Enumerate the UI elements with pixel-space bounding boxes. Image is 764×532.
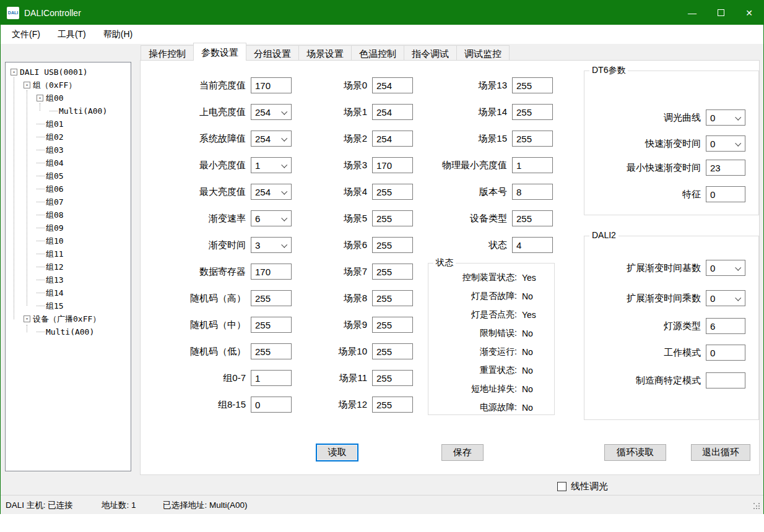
scene-5-input[interactable] [372, 210, 413, 226]
read-button[interactable]: 读取 [316, 444, 358, 461]
fade-rate-combobox[interactable]: 6 [251, 210, 292, 226]
operating-mode-input[interactable] [706, 345, 745, 361]
scene-11-input[interactable] [372, 370, 413, 386]
ext-fade-time-multiplier-combobox[interactable]: 0 [706, 290, 745, 306]
physical-min-level-input[interactable] [512, 157, 553, 173]
scene-4-input[interactable] [372, 184, 413, 200]
minimize-button[interactable]: — [678, 1, 706, 25]
tree-item-group-06[interactable]: 组06 [6, 182, 131, 195]
tree-item-group-13[interactable]: 组13 [6, 273, 131, 286]
version-input[interactable] [512, 184, 553, 200]
tree-item-group-05[interactable]: 组05 [6, 169, 131, 182]
tree-item-multi-a00-2[interactable]: Multi(A00) [6, 325, 131, 338]
tree-expander-minus-icon[interactable]: - [24, 315, 30, 322]
random-code-high-input[interactable] [251, 290, 292, 306]
random-code-low-input[interactable] [251, 343, 292, 359]
close-button[interactable]: ✕ [735, 1, 763, 25]
tree-item-label: 组00 [46, 93, 64, 104]
tab-operation-control[interactable]: 操作控制 [141, 45, 194, 61]
max-level-combobox[interactable]: 254 [251, 184, 292, 200]
field-row-status: 状态 [429, 237, 553, 253]
data-register-input[interactable] [251, 264, 292, 280]
tree-expander-minus-icon[interactable]: - [24, 82, 30, 88]
tree-item-group-07[interactable]: 组07 [6, 195, 131, 208]
scene-1-input[interactable] [372, 104, 413, 120]
tab-grouping-settings[interactable]: 分组设置 [246, 45, 299, 61]
device-type-input[interactable] [512, 210, 553, 226]
power-failure-value: No [522, 403, 533, 413]
tree-item-group-14[interactable]: 组14 [6, 286, 131, 299]
dimming-curve-value: 0 [710, 113, 715, 123]
fade-time-combobox[interactable]: 3 [251, 237, 292, 253]
scene-8-input[interactable] [372, 290, 413, 306]
system-failure-level-combobox[interactable]: 254 [251, 131, 292, 147]
group-8-15-input[interactable] [251, 397, 292, 413]
power-on-level-combobox[interactable]: 254 [251, 104, 292, 120]
random-code-mid-input[interactable] [251, 317, 292, 333]
min-fast-fade-time-input[interactable] [706, 160, 745, 176]
tree-expander-minus-icon[interactable]: - [11, 69, 17, 75]
tree-item-group-11[interactable]: 组11 [6, 247, 131, 260]
tree-item-device-broadcast[interactable]: -设备（广播0xFF） [6, 312, 131, 325]
scene-3-input[interactable] [372, 157, 413, 173]
menu-item-tools[interactable]: 工具(T) [51, 25, 92, 44]
scene-9-input[interactable] [372, 317, 413, 333]
status-bar: DALI 主机: 已连接 地址数: 1 已选择地址: Multi(A00) [1, 495, 763, 514]
tree-item-group-08[interactable]: 组08 [6, 208, 131, 221]
dali2-groupbox: DALI2 扩展渐变时间基数0扩展渐变时间乘数0灯源类型工作模式制造商特定模式 [584, 236, 759, 420]
menu-item-file[interactable]: 文件(F) [6, 25, 46, 44]
tab-command-debug[interactable]: 指令调试 [404, 45, 457, 61]
tree-item-group-15[interactable]: 组15 [6, 299, 131, 312]
menu-item-help[interactable]: 帮助(H) [97, 25, 139, 44]
tree-item-label: 组05 [46, 171, 64, 182]
save-button[interactable]: 保存 [441, 444, 484, 461]
reset-state-value: No [522, 366, 533, 375]
random-code-mid-label: 随机码（中） [144, 319, 246, 331]
resize-grip[interactable] [753, 503, 761, 510]
group-0-7-input[interactable] [251, 370, 292, 386]
tab-color-temp-control[interactable]: 色温控制 [352, 45, 404, 61]
features-input[interactable] [706, 186, 745, 202]
ext-fade-time-base-combobox[interactable]: 0 [706, 260, 745, 276]
scene-0-input[interactable] [372, 77, 413, 93]
tree-item-group-04[interactable]: 组04 [6, 157, 131, 169]
fast-fade-time-combobox[interactable]: 0 [706, 135, 745, 152]
light-source-type-input[interactable] [706, 318, 745, 334]
loop-read-button[interactable]: 循环读取 [604, 444, 666, 461]
current-level-input[interactable] [251, 77, 292, 93]
tree-item-dali-usb[interactable]: -DALI USB(0001) [6, 66, 131, 79]
status-input[interactable] [512, 237, 553, 253]
lamp-failure-label: 灯是否故障: [433, 291, 517, 302]
exit-loop-button[interactable]: 退出循环 [691, 444, 750, 461]
tree-item-group-09[interactable]: 组09 [6, 221, 131, 234]
scene-6-input[interactable] [372, 237, 413, 253]
scene-13-15-info-column: 场景13场景14场景15物理最小亮度值版本号设备类型状态 [429, 77, 559, 275]
min-level-combobox[interactable]: 1 [251, 157, 292, 173]
scene-14-input[interactable] [512, 104, 553, 120]
tab-scene-settings[interactable]: 场景设置 [299, 45, 352, 61]
scene-12-input[interactable] [372, 397, 413, 413]
scene-10-input[interactable] [372, 343, 413, 359]
device-tree: -DALI USB(0001)-组（0xFF）-组00Multi(A00)组01… [6, 62, 131, 338]
manufacturer-specific-mode-input[interactable] [706, 372, 745, 388]
dimming-curve-combobox[interactable]: 0 [706, 109, 745, 126]
tree-item-group-12[interactable]: 组12 [6, 260, 131, 273]
scene-7-input[interactable] [372, 264, 413, 280]
tree-item-multi-a00[interactable]: Multi(A00) [6, 105, 131, 118]
tree-item-group-00[interactable]: -组00 [6, 92, 131, 105]
linear-dimming-checkbox[interactable] [557, 482, 566, 491]
tab-parameter-settings[interactable]: 参数设置 [193, 43, 246, 61]
scene-2-input[interactable] [372, 131, 413, 147]
scene-15-input[interactable] [512, 131, 553, 147]
current-level-label: 当前亮度值 [144, 80, 246, 92]
tree-item-group-03[interactable]: 组03 [6, 144, 131, 157]
tree-item-group-0xff[interactable]: -组（0xFF） [6, 79, 131, 92]
tree-item-group-01[interactable]: 组01 [6, 118, 131, 131]
tree-item-group-10[interactable]: 组10 [6, 234, 131, 247]
tree-expander-minus-icon[interactable]: - [37, 95, 43, 101]
field-row-device-type: 设备类型 [429, 210, 553, 226]
maximize-button[interactable] [706, 1, 735, 25]
tree-item-group-02[interactable]: 组02 [6, 131, 131, 144]
scene-13-input[interactable] [512, 77, 553, 93]
tab-debug-monitor[interactable]: 调试监控 [457, 45, 510, 61]
